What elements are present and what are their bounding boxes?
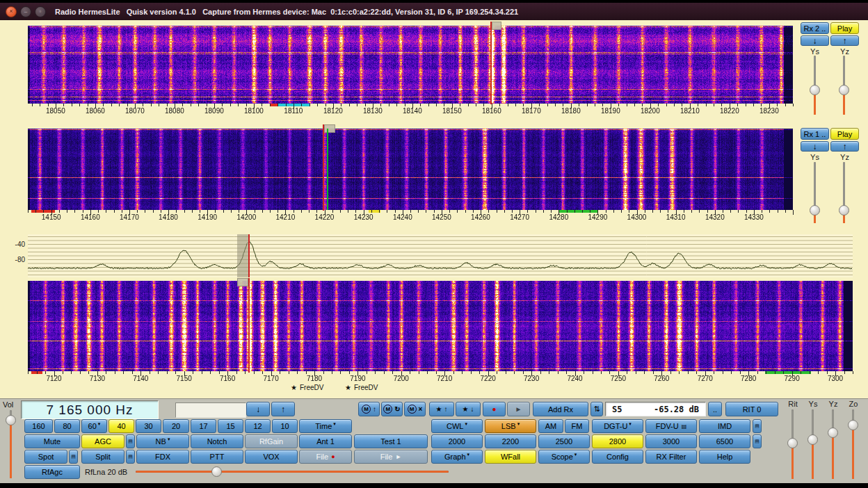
mode-button-lsb[interactable]: LSB▾ xyxy=(485,419,536,433)
tune-up-button[interactable]: ↑ xyxy=(271,402,295,416)
rx1-name-button[interactable]: Rx 1 .. xyxy=(801,128,829,140)
band-button-20[interactable]: 20 xyxy=(163,419,189,433)
control-split-menu-button[interactable]: ▤ xyxy=(126,450,135,464)
rit-slider-thumb[interactable] xyxy=(787,438,798,448)
rx2-name-button[interactable]: Rx 2 .. xyxy=(801,22,829,34)
rx2-tune-up-button[interactable]: ↑ xyxy=(830,35,859,46)
band-button-80[interactable]: 80 xyxy=(54,419,80,433)
filter-button-2000[interactable]: 2000 xyxy=(431,434,483,448)
scale-18m[interactable]: 1805018060180701808018090181001811018120… xyxy=(28,104,793,115)
file-record-button-file[interactable]: File● xyxy=(299,450,352,464)
rx1-tune-down-button[interactable]: ↓ xyxy=(801,141,829,152)
maximize-icon[interactable]: ▫ xyxy=(35,6,46,17)
file-play-button[interactable]: ► xyxy=(507,402,530,416)
band-button-17[interactable]: 17 xyxy=(191,419,216,433)
control-spot-adjust-button[interactable]: ▤ xyxy=(69,450,78,464)
filter-button-2800[interactable]: 2800 xyxy=(592,434,643,448)
rx2-play-button[interactable]: Play xyxy=(830,22,859,34)
ys-slider-thumb[interactable] xyxy=(807,434,818,445)
rx1-ys-slider[interactable] xyxy=(810,162,820,223)
band-button-time[interactable]: Time▾ xyxy=(299,419,352,433)
band-button-160[interactable]: 160 xyxy=(24,419,53,433)
control-button-notch[interactable]: Notch xyxy=(191,434,243,448)
filter-button-2500[interactable]: 2500 xyxy=(538,434,590,448)
swap-rx-button[interactable]: ⇅ xyxy=(590,402,603,416)
memory-delete-button[interactable]: M × xyxy=(404,402,426,416)
memory-next-button[interactable]: M ↻ xyxy=(381,402,403,416)
screen-button-scope[interactable]: Scope▾ xyxy=(538,450,590,464)
control-button-ant-1[interactable]: Ant 1 xyxy=(299,434,352,448)
spectrum-graph[interactable] xyxy=(28,234,853,277)
control-button-vox[interactable]: VOX xyxy=(245,450,298,464)
tune-down-button[interactable]: ↓ xyxy=(246,402,270,416)
modes-adjust-button[interactable]: ▤ xyxy=(753,419,762,433)
band-button-12[interactable]: 12 xyxy=(245,419,271,433)
waterfall-18m[interactable] xyxy=(28,26,793,104)
band-button-60[interactable]: 60▾ xyxy=(81,419,107,433)
rflna-slider-thumb[interactable] xyxy=(211,466,222,477)
file-playback-button-file[interactable]: File► xyxy=(354,450,428,464)
control-button-spot[interactable]: Spot xyxy=(24,450,67,464)
rx2-tune-down-button[interactable]: ↓ xyxy=(801,35,829,46)
filters-adjust-button[interactable]: ▤ xyxy=(753,434,762,448)
control-agc-adjust-button[interactable]: ▤ xyxy=(126,434,135,448)
rx1-yz-slider[interactable] xyxy=(839,162,849,223)
volume-slider-thumb[interactable] xyxy=(6,415,16,425)
filter-button-3000[interactable]: 3000 xyxy=(645,434,697,448)
screen-button-rx-filter[interactable]: RX Filter xyxy=(645,450,697,464)
memory-save-button[interactable]: M ↑ xyxy=(358,402,380,416)
rx2-yz-slider[interactable] xyxy=(839,56,849,115)
minimize-icon[interactable]: – xyxy=(20,6,31,17)
rflna-slider[interactable] xyxy=(136,466,449,477)
control-button-fdx[interactable]: FDX xyxy=(136,450,189,464)
rx1-yz-slider-thumb[interactable] xyxy=(839,205,849,215)
record-button[interactable]: ● xyxy=(483,402,506,416)
screen-button-config[interactable]: Config xyxy=(592,450,643,464)
rx2-ys-slider[interactable] xyxy=(810,56,820,115)
frequency-entry[interactable] xyxy=(175,402,246,418)
scale-40m[interactable]: 7120713071407150716071707180719072007210… xyxy=(28,371,853,382)
waterfall-20m[interactable] xyxy=(28,129,793,210)
rx1-ys-slider-thumb[interactable] xyxy=(810,205,820,215)
rit-slider[interactable] xyxy=(787,409,798,479)
control-button-ptt[interactable]: PTT xyxy=(191,450,243,464)
volume-slider[interactable] xyxy=(6,410,16,478)
control-button-mute[interactable]: Mute xyxy=(24,434,80,448)
band-button-10[interactable]: 10 xyxy=(272,419,298,433)
yz-slider[interactable] xyxy=(828,409,838,479)
mode-button-fm[interactable]: FM xyxy=(565,419,589,433)
rx1-play-button[interactable]: Play xyxy=(830,128,859,140)
rx2-yz-slider-thumb[interactable] xyxy=(839,85,849,95)
rfagc-button[interactable]: RfAgc xyxy=(24,465,80,479)
control-button-agc[interactable]: AGC xyxy=(81,434,124,448)
band-button-15[interactable]: 15 xyxy=(218,419,243,433)
filter-button-2200[interactable]: 2200 xyxy=(485,434,536,448)
smeter-menu-button[interactable]: .. xyxy=(708,402,722,416)
band-button-30[interactable]: 30 xyxy=(136,419,161,433)
control-button-test-1[interactable]: Test 1 xyxy=(354,434,428,448)
waterfall-40m[interactable] xyxy=(28,281,853,371)
control-button-split[interactable]: Split xyxy=(81,450,124,464)
filter-button-6500[interactable]: 6500 xyxy=(699,434,750,448)
yz-slider-thumb[interactable] xyxy=(828,428,838,438)
mode-button-fdv-u[interactable]: FDV-U▤ xyxy=(645,419,697,433)
rx1-tune-up-button[interactable]: ↑ xyxy=(830,141,859,152)
scale-20m[interactable]: 1415014160141701418014190142001421014220… xyxy=(28,210,793,221)
zo-slider[interactable] xyxy=(848,409,858,479)
mode-button-am[interactable]: AM xyxy=(538,419,563,433)
mode-button-imd[interactable]: IMD xyxy=(699,419,750,433)
ys-slider[interactable] xyxy=(807,409,818,479)
zo-slider-thumb[interactable] xyxy=(848,420,858,430)
screen-button-graph[interactable]: Graph▾ xyxy=(431,450,483,464)
screen-button-wfall[interactable]: WFall xyxy=(485,450,536,464)
rx2-ys-slider-thumb[interactable] xyxy=(810,85,820,95)
mode-button-cwl[interactable]: CWL▾ xyxy=(431,419,483,433)
add-rx-button[interactable]: Add Rx xyxy=(533,402,588,416)
control-button-nb[interactable]: NB▾ xyxy=(136,434,189,448)
band-button-40[interactable]: 40 xyxy=(108,419,134,433)
rit-button[interactable]: RIT 0 xyxy=(725,402,778,416)
control-button-rfgain[interactable]: RfGain xyxy=(245,434,298,448)
favorite-open-button[interactable]: ★ ↓ xyxy=(456,402,481,416)
screen-button-help[interactable]: Help xyxy=(699,450,750,464)
mode-button-dgt-u[interactable]: DGT-U▾ xyxy=(592,419,643,433)
